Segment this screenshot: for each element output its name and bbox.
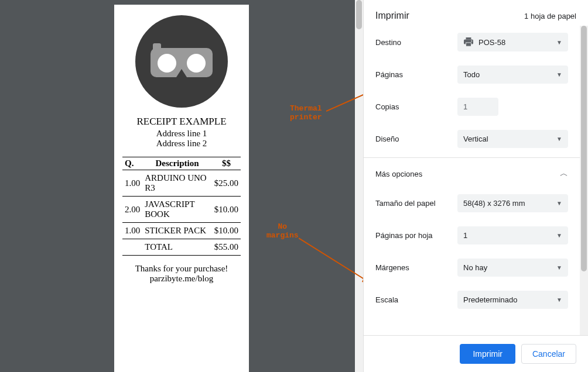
receipt-address-2: Address line 2 [122,139,241,149]
print-button[interactable]: Imprimir [460,344,515,364]
annotation-no-margins: Nomargins [266,222,299,240]
more-options-toggle[interactable]: Más opciones ︿ [364,160,580,187]
scale-label: Escala [375,295,457,304]
svg-line-7 [299,238,368,281]
dialog-title: Imprimir [375,11,409,21]
pages-per-sheet-select[interactable]: 1 ▼ [457,226,568,244]
receipt-address-1: Address line 1 [122,129,241,139]
table-row: 1.00 STICKER PACK $10.00 [122,223,241,239]
table-row: 1.00 ARDUINO UNO R3 $25.00 [122,170,241,197]
preview-scroll-thumb[interactable] [356,0,362,29]
margins-select[interactable]: No hay ▼ [457,259,568,277]
annotation-thermal-printer: Thermalprinter [290,104,322,122]
pages-per-sheet-label: Páginas por hoja [375,231,457,240]
receipt-preview: RECEIPT EXAMPLE Address line 1 Address l… [114,5,249,372]
divider [364,157,580,158]
col-qty: Q. [122,157,142,170]
pages-select[interactable]: Todo ▼ [457,66,568,84]
chevron-up-icon: ︿ [560,168,568,179]
chevron-down-icon: ▼ [556,232,562,239]
svg-rect-2 [153,43,161,51]
chevron-down-icon: ▼ [556,136,562,142]
settings-scroll-thumb[interactable] [581,26,587,271]
sheet-count: 1 hoja de papel [524,12,576,20]
printer-icon [463,37,474,47]
svg-rect-9 [466,37,471,40]
col-price: $$ [212,157,241,170]
destination-label: Destino [375,38,457,47]
receipt-footer: parzibyte.me/blog [122,274,241,284]
settings-header: Imprimir 1 hoja de papel [364,0,588,26]
cancel-button[interactable]: Cancelar [521,344,576,364]
settings-body: Destino POS-58 ▼ Pági [364,26,588,335]
copies-input[interactable] [457,98,498,116]
receipt-logo-icon [135,15,228,108]
col-desc: Description [142,157,212,170]
receipt-thanks: Thanks for your purchase! [122,264,241,274]
paper-size-select[interactable]: 58(48) x 3276 mm ▼ [457,194,568,212]
copies-label: Copias [375,102,457,111]
layout-label: Diseño [375,135,457,143]
margins-label: Márgenes [375,263,457,272]
table-row: 2.00 JAVASCRIPT BOOK $10.00 [122,197,241,223]
pages-label: Páginas [375,70,457,79]
chevron-down-icon: ▼ [556,71,562,78]
destination-select[interactable]: POS-58 ▼ [457,33,568,51]
chevron-down-icon: ▼ [556,200,562,206]
svg-point-3 [158,54,176,73]
scale-select[interactable]: Predeterminado ▼ [457,291,568,309]
print-preview-area: RECEIPT EXAMPLE Address line 1 Address l… [0,0,363,372]
table-total-row: TOTAL $55.00 [122,239,241,256]
layout-select[interactable]: Vertical ▼ [457,130,568,148]
print-settings-panel: Imprimir 1 hoja de papel Destino POS-58 [363,0,588,372]
receipt-title: RECEIPT EXAMPLE [122,116,241,128]
svg-point-12 [471,40,472,42]
receipt-table: Q. Description $$ 1.00 ARDUINO UNO R3 $2… [122,157,241,256]
chevron-down-icon: ▼ [556,264,562,271]
settings-footer: Imprimir Cancelar [364,335,588,372]
svg-rect-11 [466,43,471,46]
chevron-down-icon: ▼ [556,39,562,46]
chevron-down-icon: ▼ [556,297,562,303]
svg-point-4 [187,54,206,73]
paper-size-label: Tamaño del papel [375,199,457,208]
settings-scrollbar[interactable] [580,26,588,335]
